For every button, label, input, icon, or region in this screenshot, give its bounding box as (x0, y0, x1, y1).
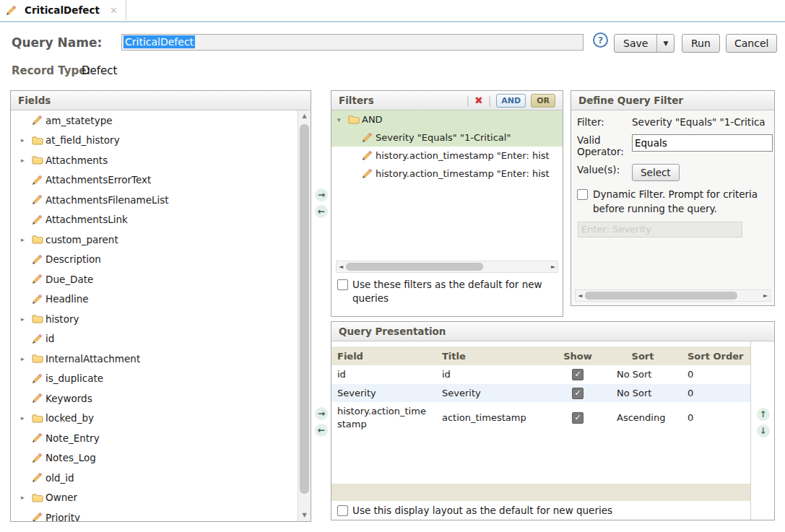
save-button[interactable]: Save (615, 35, 656, 52)
help-icon[interactable]: ? (593, 32, 608, 48)
tab-criticaldefect[interactable]: CriticalDefect ✕ (0, 0, 126, 20)
presentation-default-checkbox[interactable] (337, 505, 348, 516)
fields-item[interactable]: id (11, 329, 298, 349)
dynamic-filter-checkbox[interactable] (577, 189, 588, 200)
save-dropdown-icon[interactable]: ▼ (656, 35, 674, 52)
pencil-icon (32, 453, 45, 463)
cancel-button[interactable]: Cancel (726, 34, 777, 53)
filter-group-row[interactable]: ▾AND (331, 110, 563, 128)
fields-item-label: Note_Entry (45, 432, 100, 444)
define-horizontal-scrollbar[interactable]: ◄ ► (575, 289, 771, 302)
select-values-button[interactable]: Select (632, 164, 680, 181)
fields-item[interactable]: ▸Owner (11, 488, 298, 508)
fields-item[interactable]: Due_Date (11, 269, 298, 289)
fields-item[interactable]: AttachmentsErrorText (11, 170, 298, 191)
record-type-label: Record Type: (12, 64, 90, 77)
pencil-icon (32, 432, 45, 443)
delete-filter-icon[interactable]: ✖ (474, 95, 483, 106)
run-button[interactable]: Run (682, 34, 720, 53)
scroll-down-icon[interactable]: ▼ (298, 510, 311, 521)
fields-item[interactable]: ▸at_field_history (11, 131, 298, 151)
cell-sort-order: 0 (682, 385, 751, 401)
fields-item-label: at_field_history (45, 134, 120, 146)
remove-from-presentation-arrow-icon[interactable]: ← (315, 424, 328, 437)
fields-tree: am_statetype▸at_field_history▸Attachment… (11, 110, 298, 521)
folder-icon (32, 414, 45, 423)
fields-item[interactable]: AttachmentsLink (11, 210, 298, 230)
fields-item[interactable]: Headline (11, 289, 298, 310)
presentation-content: FieldTitleShowSortSort Orderidid✓No Sort… (331, 341, 751, 520)
expand-collapsed-icon[interactable]: ▸ (21, 136, 32, 144)
fields-item[interactable]: Note_Entry (11, 428, 298, 448)
scroll-right-icon[interactable]: ► (761, 292, 770, 299)
filters-default-checkbox[interactable] (337, 279, 348, 290)
fields-item[interactable]: Description (11, 250, 298, 270)
fields-item[interactable]: ▸InternalAttachment (11, 349, 298, 369)
filter-row-label: AND (362, 114, 383, 125)
pencil-icon (32, 373, 45, 384)
scrollbar-thumb[interactable] (585, 292, 737, 300)
expand-collapsed-icon[interactable]: ▸ (21, 157, 32, 164)
add-to-filters-arrow-icon[interactable]: → (315, 188, 328, 201)
fields-item[interactable]: is_duplicate (11, 369, 298, 389)
and-operator-button[interactable]: AND (496, 94, 526, 108)
fields-item[interactable]: ▸locked_by (11, 409, 298, 429)
expand-collapsed-icon[interactable]: ▸ (21, 414, 32, 422)
scroll-left-icon[interactable]: ◄ (337, 263, 345, 270)
or-operator-button[interactable]: OR (531, 94, 555, 108)
query-presentation-panel: Query Presentation FieldTitleShowSortSor… (331, 321, 775, 520)
presentation-row[interactable]: idid✓No Sort0 (331, 365, 750, 384)
fields-item[interactable]: ▸Attachments (11, 150, 298, 170)
scroll-up-icon[interactable]: ▲ (298, 110, 311, 122)
show-checkbox[interactable]: ✓ (572, 388, 584, 399)
fields-item[interactable]: ▸custom_parent (11, 230, 298, 250)
add-to-presentation-arrow-icon[interactable]: → (315, 407, 328, 420)
remove-from-filters-arrow-icon[interactable]: ← (315, 205, 328, 218)
cell-title: action_timestamp (436, 409, 546, 426)
valid-operator-label: Valid Operator: (577, 134, 632, 157)
fields-vertical-scrollbar[interactable]: ▲ ▼ (298, 110, 311, 521)
check-icon: ✓ (574, 370, 581, 379)
presentation-panel-header: Query Presentation (331, 322, 774, 341)
expand-collapsed-icon[interactable]: ▸ (21, 355, 32, 362)
expand-collapsed-icon[interactable]: ▸ (21, 236, 32, 243)
fields-item[interactable]: am_statetype (11, 110, 298, 131)
filters-transfer-arrows: → ← (315, 188, 328, 218)
fields-item[interactable]: AttachmentsFilenameList (11, 190, 298, 210)
scrollbar-thumb[interactable] (300, 124, 309, 494)
scroll-left-icon[interactable]: ◄ (576, 292, 584, 299)
filter-row[interactable]: Severity "Equals" "1-Critical" (331, 128, 563, 147)
folder-icon (32, 314, 45, 323)
close-icon[interactable]: ✕ (110, 5, 118, 16)
presentation-row[interactable]: history.action_timestampaction_timestamp… (331, 402, 750, 433)
scrollbar-thumb[interactable] (346, 263, 483, 271)
filter-row[interactable]: history.action_timestamp "Enter: hist (331, 147, 563, 165)
cell-sort-order: 0 (682, 409, 751, 426)
query-name-input[interactable]: CriticalDefect (121, 34, 584, 51)
fields-item-label: Owner (45, 492, 77, 503)
move-row-down-arrow-icon[interactable]: ↓ (757, 424, 770, 437)
expand-expanded-icon[interactable]: ▾ (337, 116, 348, 123)
pencil-icon (32, 214, 45, 225)
fields-item[interactable]: old_id (11, 468, 298, 488)
presentation-header-row: FieldTitleShowSortSort Order (331, 346, 750, 365)
fields-item[interactable]: Priority (11, 507, 298, 521)
show-checkbox[interactable]: ✓ (572, 412, 584, 424)
presentation-row[interactable]: SeveritySeverity✓No Sort0 (331, 384, 750, 403)
fields-item[interactable]: Notes_Log (11, 448, 298, 468)
cell-title: id (436, 366, 546, 383)
fields-item-label: Keywords (45, 393, 92, 404)
toolbar-separator: | (488, 95, 492, 106)
operator-input[interactable] (632, 134, 773, 152)
filters-horizontal-scrollbar[interactable]: ◄ ► (336, 261, 558, 273)
expand-collapsed-icon[interactable]: ▸ (21, 494, 32, 501)
scroll-right-icon[interactable]: ► (549, 263, 558, 270)
column-header: Show (546, 348, 610, 365)
expand-collapsed-icon[interactable]: ▸ (21, 315, 32, 323)
show-checkbox[interactable]: ✓ (572, 369, 584, 380)
dynamic-filter-label: Dynamic Filter. Prompt for criteria befo… (593, 188, 764, 216)
filter-row[interactable]: history.action_timestamp "Enter: hist (331, 165, 563, 183)
move-row-up-arrow-icon[interactable]: ↑ (757, 408, 770, 421)
fields-item[interactable]: ▸history (11, 309, 298, 329)
fields-item[interactable]: Keywords (11, 388, 298, 409)
